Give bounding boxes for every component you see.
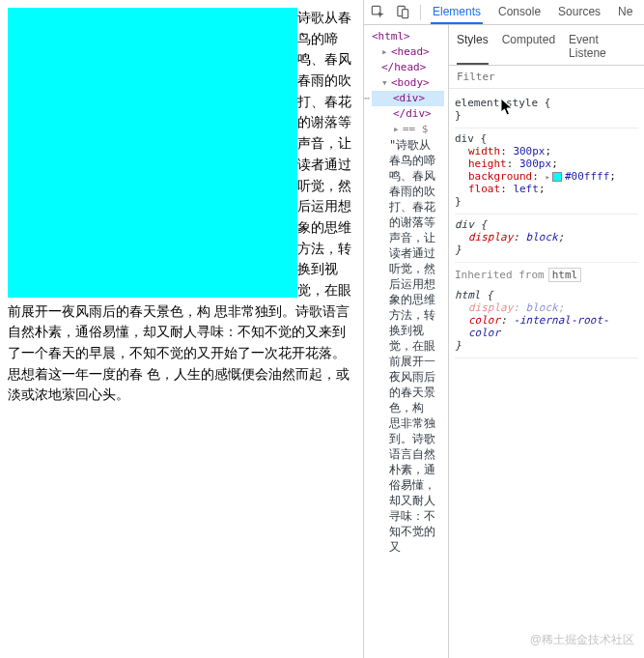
inherited-separator: Inherited fromhtml (455, 263, 638, 285)
dom-div[interactable]: <div> (393, 92, 425, 104)
dom-html[interactable]: <html> (372, 30, 410, 43)
dom-body[interactable]: <body> (391, 76, 430, 89)
tab-console[interactable]: Console (496, 0, 543, 24)
rule-div-ua[interactable]: div { display: block; } (455, 215, 638, 263)
filter-row (449, 66, 644, 89)
divider (420, 5, 421, 20)
dom-head[interactable]: <head> (391, 45, 430, 58)
rule-div-main[interactable]: div { width: 300px; height: 300px; backg… (455, 129, 638, 215)
tab-network[interactable]: Ne (616, 0, 634, 24)
svg-rect-2 (402, 10, 407, 18)
watermark: @稀土掘金技术社区 (530, 632, 634, 648)
dom-div-close[interactable]: </div> (393, 107, 432, 120)
tab-sources[interactable]: Sources (556, 0, 602, 24)
rule-html-ua[interactable]: html { display: block; color: -internal-… (455, 285, 638, 358)
filter-input[interactable] (449, 66, 644, 88)
devtools-toolbar: Elements Console Sources Ne (364, 0, 644, 25)
style-rules: element.style { } div { width: 300px; he… (449, 89, 644, 362)
devtools-panel: Elements Console Sources Ne ⋯ <html> ▸<h… (363, 0, 644, 658)
dom-eq: == $ (403, 123, 429, 135)
subtab-styles[interactable]: Styles (457, 29, 489, 65)
styles-subtabs: Styles Computed Event Listene (449, 25, 644, 66)
gutter-dots: ⋯ (364, 91, 369, 106)
subtab-computed[interactable]: Computed (502, 29, 555, 65)
rendered-page: 诗歌从春鸟的啼鸣、春风春雨的吹打、春花的谢落等声音，让读者通过听觉，然后运用想象… (0, 0, 363, 658)
dom-tree[interactable]: ⋯ <html> ▸<head> </head> ▾<body> <div> <… (364, 25, 449, 658)
color-swatch[interactable] (552, 172, 562, 182)
dom-head-close[interactable]: </head> (381, 61, 426, 73)
device-icon[interactable] (395, 5, 410, 20)
tab-elements[interactable]: Elements (431, 0, 483, 24)
inspect-icon[interactable] (370, 5, 385, 20)
devtools-tabs: Elements Console Sources Ne (431, 0, 634, 24)
styles-pane: Styles Computed Event Listene element.st… (449, 25, 644, 658)
dom-text-node[interactable]: "诗歌从春鸟的啼鸣、春风春雨的吹打、春花的谢落等声音，让读者通过听觉，然后运用想… (372, 137, 444, 555)
cyan-box (8, 8, 297, 298)
subtab-events[interactable]: Event Listene (569, 29, 636, 65)
rule-element-style[interactable]: element.style { } (455, 93, 638, 129)
